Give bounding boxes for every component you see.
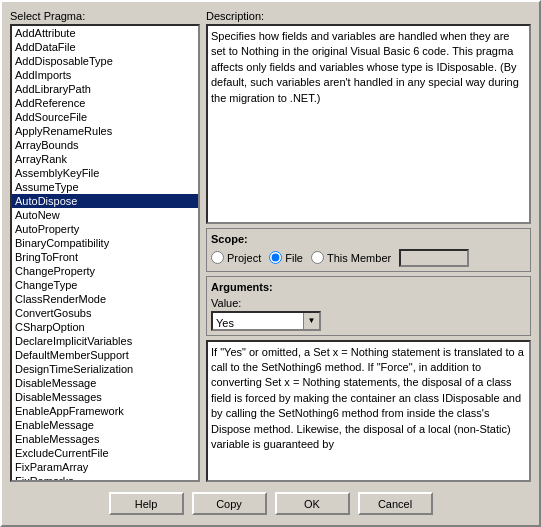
- list-item[interactable]: AddSourceFile: [12, 110, 198, 124]
- list-item[interactable]: AddReference: [12, 96, 198, 110]
- value-dropdown-display[interactable]: Yes ▼: [211, 311, 321, 331]
- scope-file-group[interactable]: File: [269, 251, 303, 264]
- list-item[interactable]: AssemblyKeyFile: [12, 166, 198, 180]
- list-item[interactable]: AssumeType: [12, 180, 198, 194]
- scope-member-label: This Member: [327, 252, 391, 264]
- right-panel: Description: Specifies how fields and va…: [206, 10, 531, 482]
- list-item[interactable]: AddDisposableType: [12, 54, 198, 68]
- scope-project-group[interactable]: Project: [211, 251, 261, 264]
- main-content: Select Pragma: AddAttributeAddDataFileAd…: [10, 10, 531, 482]
- list-item[interactable]: ClassRenderMode: [12, 292, 198, 306]
- bottom-desc-section: If "Yes" or omitted, a Set x = Nothing s…: [206, 340, 531, 482]
- scope-member-radio[interactable]: [311, 251, 324, 264]
- dropdown-arrow-icon[interactable]: ▼: [303, 313, 319, 329]
- arguments-label: Arguments:: [211, 281, 526, 293]
- scope-file-radio[interactable]: [269, 251, 282, 264]
- list-item[interactable]: DefaultMemberSupport: [12, 348, 198, 362]
- list-item[interactable]: BinaryCompatibility: [12, 236, 198, 250]
- list-item[interactable]: ArrayBounds: [12, 138, 198, 152]
- description-label: Description:: [206, 10, 531, 22]
- pragma-list-label: Select Pragma:: [10, 10, 200, 22]
- scope-label: Scope:: [211, 233, 526, 245]
- list-item[interactable]: FixRemarks: [12, 474, 198, 482]
- list-item[interactable]: DisableMessages: [12, 390, 198, 404]
- select-pragma-dialog: Select Pragma: AddAttributeAddDataFileAd…: [0, 0, 541, 527]
- scope-project-label: Project: [227, 252, 261, 264]
- list-item[interactable]: AutoNew: [12, 208, 198, 222]
- ok-button[interactable]: OK: [275, 492, 350, 515]
- list-item[interactable]: ChangeProperty: [12, 264, 198, 278]
- list-item[interactable]: ArrayRank: [12, 152, 198, 166]
- scope-member-group[interactable]: This Member: [311, 251, 391, 264]
- list-item[interactable]: DeclareImplicitVariables: [12, 334, 198, 348]
- list-item[interactable]: BringToFront: [12, 250, 198, 264]
- list-item[interactable]: AddAttribute: [12, 26, 198, 40]
- list-item[interactable]: EnableAppFramework: [12, 404, 198, 418]
- list-item[interactable]: EnableMessage: [12, 418, 198, 432]
- scope-section: Scope: Project File This Member: [206, 228, 531, 272]
- value-dropdown-container: Yes ▼: [211, 311, 526, 331]
- list-item[interactable]: AddLibraryPath: [12, 82, 198, 96]
- list-item[interactable]: CSharpOption: [12, 320, 198, 334]
- list-item[interactable]: AutoProperty: [12, 222, 198, 236]
- list-item[interactable]: ApplyRenameRules: [12, 124, 198, 138]
- list-item[interactable]: DisableMessage: [12, 376, 198, 390]
- list-item[interactable]: ChangeType: [12, 278, 198, 292]
- left-panel: Select Pragma: AddAttributeAddDataFileAd…: [10, 10, 200, 482]
- value-dropdown-text: Yes: [213, 313, 303, 329]
- list-item[interactable]: DesignTimeSerialization: [12, 362, 198, 376]
- help-button[interactable]: Help: [109, 492, 184, 515]
- copy-button[interactable]: Copy: [192, 492, 267, 515]
- list-item[interactable]: AddDataFile: [12, 40, 198, 54]
- description-box: Specifies how fields and variables are h…: [206, 24, 531, 224]
- cancel-button[interactable]: Cancel: [358, 492, 433, 515]
- bottom-desc-box: If "Yes" or omitted, a Set x = Nothing s…: [206, 340, 531, 482]
- list-item[interactable]: ExcludeCurrentFile: [12, 446, 198, 460]
- value-label: Value:: [211, 297, 526, 309]
- scope-file-label: File: [285, 252, 303, 264]
- button-row: Help Copy OK Cancel: [10, 488, 531, 517]
- scope-options: Project File This Member: [211, 249, 526, 267]
- list-item[interactable]: ConvertGosubs: [12, 306, 198, 320]
- scope-project-radio[interactable]: [211, 251, 224, 264]
- description-section: Description: Specifies how fields and va…: [206, 10, 531, 224]
- arguments-section: Arguments: Value: Yes ▼: [206, 276, 531, 336]
- list-item[interactable]: AutoDispose: [12, 194, 198, 208]
- list-item[interactable]: FixParamArray: [12, 460, 198, 474]
- scope-member-input[interactable]: [399, 249, 469, 267]
- list-item[interactable]: EnableMessages: [12, 432, 198, 446]
- list-item[interactable]: AddImports: [12, 68, 198, 82]
- pragma-listbox[interactable]: AddAttributeAddDataFileAddDisposableType…: [10, 24, 200, 482]
